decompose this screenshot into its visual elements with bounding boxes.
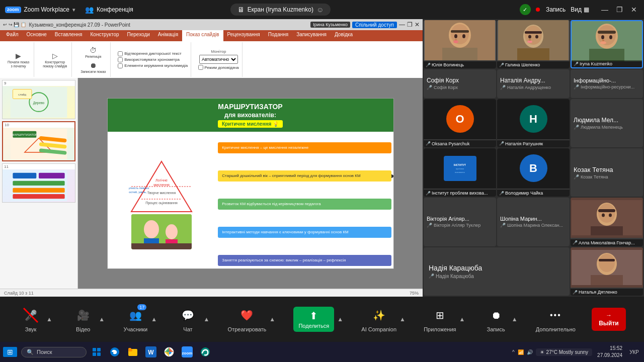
avatar-oksana: O xyxy=(446,105,474,133)
ai-arrow[interactable]: ▲ xyxy=(397,314,408,325)
audio-button[interactable]: 🎤 Звук xyxy=(18,306,43,332)
checkbox-timings[interactable] xyxy=(118,57,123,62)
search-icon: 🔍 xyxy=(27,349,34,355)
taskbar-edge[interactable] xyxy=(107,344,123,360)
taskbar-app3[interactable] xyxy=(197,344,213,360)
svg-text:слайд: слайд xyxy=(18,93,26,96)
svg-rect-32 xyxy=(131,243,192,249)
svg-rect-80 xyxy=(97,352,101,356)
clock-widget[interactable]: 15:52 27.09.2024 xyxy=(595,345,624,359)
security-button[interactable]: ✓ xyxy=(520,4,531,15)
ribbon-tab-home[interactable]: Основне xyxy=(23,30,51,41)
participants-arrow[interactable]: ▲ xyxy=(149,314,159,325)
share-arrow[interactable]: ▲ xyxy=(335,314,345,325)
ribbon-tab-record[interactable]: Записування xyxy=(292,30,331,41)
mic-icon-yulia: 🎤 xyxy=(426,63,431,67)
ribbon-tab-help[interactable]: Довідка xyxy=(331,30,357,41)
start-button[interactable]: ⊞ xyxy=(3,347,17,357)
react-button[interactable]: ❤️ Отреагировать xyxy=(228,306,267,332)
checkbox-play-narration[interactable] xyxy=(118,51,123,56)
ribbon-tab-view[interactable]: Подання xyxy=(264,30,292,41)
main-content: ↩ ↪ 💾 📋 Кузьменко_конференція 27.09 - Po… xyxy=(0,19,644,297)
share-button[interactable]: ⬆ Поделиться xyxy=(293,307,334,332)
checkbox-media-ctrl[interactable] xyxy=(118,63,123,68)
ribbon-group-rehearse: ⏱ Репетиція ⏺ Записати показ xyxy=(76,42,111,77)
mic-icon-oksana: 🎤 xyxy=(426,141,431,146)
ribbon-tab-slideshow[interactable]: Показ слайдів xyxy=(182,30,223,41)
ribbon-tab-transitions[interactable]: Переходи xyxy=(123,30,154,41)
ai-button[interactable]: ✨ AI Companion xyxy=(361,306,396,332)
ribbon-tab-review[interactable]: Рецензування xyxy=(223,30,264,41)
ppt-minimize[interactable]: — xyxy=(399,21,405,28)
minimize-button[interactable]: — xyxy=(599,6,610,14)
svg-point-30 xyxy=(166,224,178,239)
language-indicator[interactable]: УКР xyxy=(627,349,641,355)
participant-tile-natalya-d: 🎤 Наталья Дятленко xyxy=(571,247,643,296)
audio-arrow[interactable]: ▲ xyxy=(44,314,54,325)
taskbar-explorer[interactable] xyxy=(125,344,141,360)
slide-thumb-9[interactable]: 9 Дерево слайд xyxy=(2,80,75,119)
weather-widget[interactable]: ☀ 27°C Mostly sunny xyxy=(536,348,592,356)
clock-time: 15:52 xyxy=(597,345,622,352)
slide-photo xyxy=(131,214,192,249)
svg-point-47 xyxy=(528,35,531,39)
svg-text:МАРШРУТИЗАТОР: МАРШРУТИЗАТОР xyxy=(12,133,37,136)
ribbon-btn-record-show[interactable]: ⏺ Записати показ xyxy=(79,60,107,74)
ribbon-btn-rehearse[interactable]: ⏱ Репетиція xyxy=(84,45,103,59)
participant-tile-alla: 🎤 Алла Миколаївна Гончар... xyxy=(571,198,643,246)
chat-button[interactable]: 💬 Чат xyxy=(175,306,200,332)
slide-thumb-11[interactable]: 11 xyxy=(2,163,75,203)
app-logo[interactable]: zoom Zoom Workplace ▾ xyxy=(5,6,75,13)
chat-arrow[interactable]: ▲ xyxy=(201,314,211,325)
record-arrow[interactable]: ▲ xyxy=(510,314,520,325)
ai-group: ✨ AI Companion ▲ xyxy=(361,306,408,332)
apps-group: ⊞ Приложения ▲ xyxy=(424,306,467,332)
taskbar-app1[interactable]: W xyxy=(143,344,159,360)
ribbon-btn-play-from-start[interactable]: ▶ Почати показ з початку xyxy=(6,51,31,69)
svg-rect-55 xyxy=(598,31,616,34)
more-button[interactable]: ••• Дополнительно xyxy=(536,306,576,332)
ribbon-tab-design[interactable]: Конструктор xyxy=(87,30,123,41)
tray-arrow[interactable]: ^ xyxy=(512,349,515,355)
ppt-maximize[interactable]: ❐ xyxy=(407,21,413,28)
chat-label: Чат xyxy=(183,326,192,332)
name-natalya-d: 🎤 Наталья Дятленко xyxy=(571,289,643,296)
more-group: ••• Дополнительно xyxy=(536,306,576,332)
ribbon-tab-insert[interactable]: Вставлення xyxy=(51,30,87,41)
apps-arrow[interactable]: ▲ xyxy=(457,314,467,325)
react-arrow[interactable]: ▲ xyxy=(267,314,277,325)
taskbar-app2[interactable] xyxy=(161,344,177,360)
taskbar-search[interactable]: 🔍 Поиск xyxy=(21,347,87,357)
name-nadiya: Надія Карацюба xyxy=(429,264,565,272)
app-dropdown-arrow[interactable]: ▾ xyxy=(72,7,75,13)
svg-rect-13 xyxy=(13,173,36,178)
svg-rect-66 xyxy=(591,226,623,235)
taskbar-zoom[interactable]: zoom xyxy=(179,344,195,360)
slide-thumb-10[interactable]: 10 МАРШРУТИЗАТОР xyxy=(2,121,75,161)
ribbon-tab-animations[interactable]: Анімація xyxy=(154,30,182,41)
close-button[interactable]: ✕ xyxy=(629,6,639,14)
mic-icon-natalia-a: 🎤 xyxy=(500,85,506,90)
participants-button[interactable]: 👥 17 Учасники xyxy=(123,306,148,332)
apps-button[interactable]: ⊞ Приложения xyxy=(424,306,456,332)
ribbon-btn-play-current[interactable]: ▷ Конструктор показу слайдів xyxy=(41,51,68,69)
ribbon-tab-file[interactable]: Файл xyxy=(2,30,23,41)
slide-pyramid-svg: Логічне мислення Творче мислення Процес … xyxy=(129,159,194,214)
taskbar-view-button[interactable] xyxy=(89,344,105,360)
slide-kritychne-badge: Критичне мислення 💡 xyxy=(218,120,283,128)
maximize-button[interactable]: ❐ xyxy=(614,6,625,14)
checkbox-presenter-view[interactable] xyxy=(198,65,203,70)
video-arrow[interactable]: ▲ xyxy=(97,314,107,325)
ppt-share-button[interactable]: Спільний доступ xyxy=(352,22,397,28)
leave-button[interactable]: → Выйти xyxy=(592,308,626,331)
monitor-select[interactable]: Автоматично xyxy=(199,55,238,64)
zoom-level: 75% xyxy=(410,291,419,296)
video-button[interactable]: 🎥 Відео xyxy=(70,306,96,332)
view-button[interactable]: Вид ▦ xyxy=(571,6,589,13)
video-iryna xyxy=(572,21,642,61)
slide-main-area: МАРШРУТИЗАТОР для вихователів: Критичне … xyxy=(78,78,423,289)
svg-point-74 xyxy=(599,254,615,272)
record-button[interactable]: ⏺ Запись xyxy=(484,306,509,332)
tray-speaker[interactable]: 🔊 xyxy=(527,349,533,355)
ppt-close[interactable]: ✕ xyxy=(415,21,420,28)
